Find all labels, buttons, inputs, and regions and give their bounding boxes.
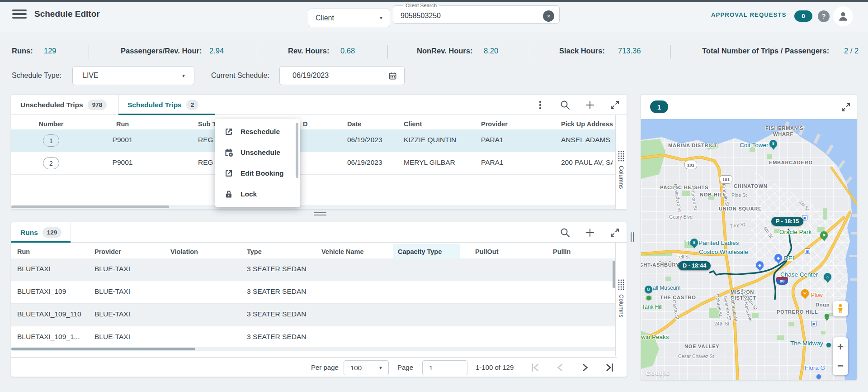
tab-unscheduled-trips[interactable]: Unscheduled Trips 978	[11, 95, 118, 115]
menu-item-unschedule[interactable]: Unschedule	[215, 142, 300, 163]
menu-item-reschedule[interactable]: Reschedule	[215, 121, 300, 142]
tab-label: Runs	[20, 229, 38, 237]
tank-hill-pin[interactable]	[646, 296, 651, 300]
scrollbar-thumb[interactable]	[11, 348, 195, 350]
map-canvas[interactable]: FISHERMAN'SWHARFMARINA DISTRICTCoit Towe…	[641, 119, 857, 380]
tab-runs[interactable]: Runs 129	[11, 222, 71, 243]
client-type-select[interactable]: Client ▼	[308, 9, 390, 27]
column-header-type[interactable]: Type	[247, 248, 262, 255]
pegman-control[interactable]	[833, 301, 848, 316]
column-header-violation[interactable]: Violation	[170, 248, 198, 255]
chevron-down-icon: ▼	[378, 365, 383, 370]
drag-dots-icon[interactable]	[618, 150, 625, 162]
client-search-input[interactable]: 9058503250	[401, 12, 441, 20]
pickup-time-marker[interactable]: P - 18:15	[771, 217, 803, 226]
column-header-run[interactable]: Run	[95, 120, 150, 128]
schedule-type-label: Schedule Type:	[12, 72, 61, 80]
cell: BLUETAXI_109_1...	[17, 333, 80, 341]
page-label: Page	[397, 363, 413, 371]
client-search-field[interactable]: Client Search 9058503250 ×	[393, 6, 560, 27]
zoom-out-button[interactable]: −	[833, 356, 848, 375]
per-page-select[interactable]: 100 ▼	[344, 360, 389, 375]
cell: BLUE-TAXI	[94, 333, 130, 341]
menu-scrollbar-thumb[interactable]	[296, 123, 298, 178]
column-header-vehicle-name[interactable]: Vehicle Name	[321, 248, 364, 255]
calendar-icon[interactable]	[388, 72, 397, 80]
museum-pin[interactable]: M	[645, 286, 652, 293]
highway-shield-101: 101	[720, 175, 732, 184]
page-value: 1	[429, 364, 433, 372]
more-options-icon[interactable]	[535, 100, 546, 110]
flora-pin[interactable]	[816, 374, 821, 379]
trips-tabbar: Unscheduled Trips 978 Scheduled Trips 2	[11, 95, 627, 115]
menu-item-label: Reschedule	[241, 128, 280, 136]
add-icon[interactable]	[585, 227, 595, 238]
drag-dots-icon[interactable]	[618, 279, 625, 291]
column-header-pullout[interactable]: PullOut	[475, 248, 499, 255]
table-row[interactable]: 2P9001REG06/19/2023MERYL GILBARPARA1200 …	[11, 152, 617, 175]
table-row[interactable]: BLUETAXI_109_1...BLUE-TAXI3 SEATER SEDAN	[11, 326, 617, 349]
column-header-d[interactable]: D	[303, 120, 307, 128]
column-header-client[interactable]: Client	[404, 120, 422, 128]
current-schedule-date-input[interactable]: 06/19/2023	[279, 66, 405, 85]
midway-pin[interactable]	[826, 343, 831, 347]
stat-value: 2 / 2	[844, 47, 859, 57]
approval-count-badge: 0	[794, 10, 812, 22]
column-header-provider[interactable]: Provider	[481, 120, 508, 128]
cell: BLUETAXI	[17, 265, 51, 273]
columns-button[interactable]: Columns	[618, 294, 625, 317]
transit-station-icon: ▣	[811, 321, 816, 326]
column-header-run[interactable]: Run	[17, 248, 30, 255]
chase-center-pin-tail	[826, 280, 830, 283]
plow-pin-tail	[803, 296, 807, 299]
first-page-icon[interactable]	[529, 362, 541, 373]
highway-shield-80: 80	[776, 277, 788, 285]
approval-requests-button[interactable]: APPROVAL REQUESTS	[711, 11, 787, 18]
expand-icon[interactable]	[609, 100, 620, 110]
table-row[interactable]: BLUETAXI_109_110BLUE-TAXI3 SEATER SEDAN	[11, 304, 617, 326]
page-input[interactable]: 1	[422, 360, 467, 375]
zoom-in-button[interactable]: +	[833, 337, 848, 356]
active-tab-underline	[11, 241, 71, 243]
map-label: THE CASTRO	[660, 295, 696, 300]
columns-button[interactable]: Columns	[618, 166, 625, 189]
search-icon[interactable]	[560, 100, 571, 110]
dropoff-time-marker[interactable]: D - 18:44	[678, 261, 711, 270]
table-row[interactable]: BLUETAXIBLUE-TAXI3 SEATER SEDAN	[11, 258, 617, 281]
user-avatar[interactable]	[833, 6, 853, 26]
column-header-pullin[interactable]: PullIn	[553, 248, 571, 255]
map-label: Dogp	[816, 302, 830, 307]
menu-item-edit-booking[interactable]: Edit Booking	[215, 163, 300, 184]
cell: PARA1	[481, 136, 504, 144]
previous-page-icon[interactable]	[554, 362, 566, 373]
last-page-icon[interactable]	[604, 362, 615, 373]
tab-label: Scheduled Trips	[127, 101, 182, 109]
tab-scheduled-trips[interactable]: Scheduled Trips 2	[118, 95, 215, 115]
vertical-splitter-handle[interactable]	[631, 232, 635, 242]
cell: BLUE-TAXI	[94, 287, 130, 296]
column-header-number[interactable]: Number	[24, 120, 78, 128]
column-header-pick-up-address[interactable]: Pick Up Address	[561, 120, 613, 128]
menu-hamburger-icon[interactable]	[12, 10, 27, 20]
schedule-type-select[interactable]: LIVE ▼	[72, 66, 194, 85]
next-page-icon[interactable]	[579, 362, 591, 373]
menu-item-lock[interactable]: Lock	[215, 184, 300, 205]
cell: BLUETAXI_109_110	[17, 310, 81, 318]
cell: BLUE-TAXI	[94, 310, 130, 318]
help-icon[interactable]: ?	[818, 10, 830, 22]
table-row[interactable]: BLUETAXI_109BLUE-TAXI3 SEATER SEDAN	[11, 281, 617, 304]
coit-tower-pin-tail	[771, 147, 776, 150]
horizontal-splitter-handle[interactable]	[314, 212, 326, 217]
clear-search-icon[interactable]: ×	[543, 10, 554, 22]
column-header-capacity-type[interactable]: Capacity Type	[393, 244, 460, 259]
expand-icon[interactable]	[840, 102, 851, 113]
column-header-date[interactable]: Date	[347, 120, 361, 128]
per-page-value: 100	[350, 364, 362, 372]
column-header-provider[interactable]: Provider	[94, 248, 121, 255]
scrollbar-thumb[interactable]	[11, 206, 169, 208]
search-icon[interactable]	[560, 227, 571, 238]
add-icon[interactable]	[585, 100, 595, 110]
table-row[interactable]: 1P9001REG06/19/2023KIZZIE QUINTINPARA1AN…	[11, 129, 617, 152]
expand-icon[interactable]	[609, 227, 620, 238]
stat-divider	[89, 45, 89, 58]
